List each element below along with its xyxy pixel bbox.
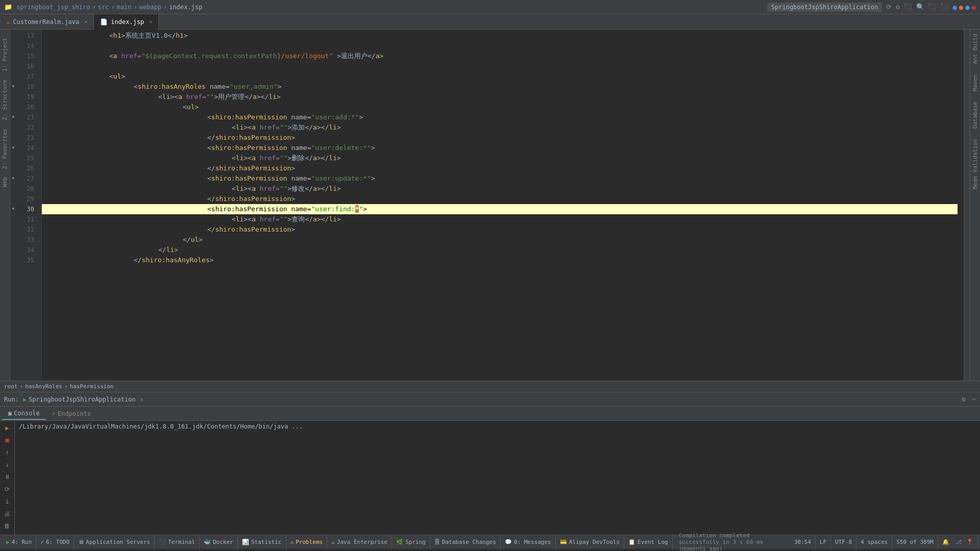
minimize-icon[interactable]: − <box>972 395 976 403</box>
gutter-35 <box>10 254 16 264</box>
status-run[interactable]: ▶ 4: Run <box>2 535 36 549</box>
line-num-14: 14 <box>16 41 37 51</box>
code-line-30: <shiro:hasPermission name="user:find:*"> <box>42 204 958 214</box>
browser-icons: ● ● ● ● <box>952 3 976 11</box>
down-arrow-button[interactable]: ↓ <box>2 460 12 470</box>
tab-endpoints[interactable]: ⚡ Endpoints <box>46 408 97 419</box>
console-tabs: ▣ Console ⚡ Endpoints <box>0 407 980 421</box>
status-notifications[interactable]: 🔔 ⎇ 📍 <box>938 535 978 549</box>
code-line-31: <li><a href="">查询</a></li> <box>48 214 964 224</box>
line-num-23: 23 <box>16 133 37 143</box>
todo-icon: ✓ <box>40 539 44 545</box>
status-app-servers-label: Application Servers <box>86 539 150 545</box>
line-num-13: 13 <box>16 31 37 41</box>
event-log-icon: 📋 <box>628 539 635 545</box>
docker-icon: 🐳 <box>204 539 211 545</box>
safari-icon[interactable]: ● <box>965 3 969 11</box>
run-button[interactable]: ▶ <box>2 423 12 433</box>
run-label: Run: <box>4 396 19 403</box>
code-line-14 <box>48 41 964 51</box>
settings-icon[interactable]: ⚙ <box>962 395 966 403</box>
status-db-changes[interactable]: 🗄 Database Changes <box>430 535 501 549</box>
status-alipay[interactable]: 💳 Alipay DevTools <box>556 535 624 549</box>
indent-display: 4 spaces <box>861 539 888 545</box>
up-arrow-button[interactable]: ↑ <box>2 447 12 458</box>
status-app-servers[interactable]: 🖥 Application Servers <box>74 535 155 549</box>
status-lf[interactable]: LF <box>816 535 831 549</box>
code-line-29: </shiro:hasPermission> <box>48 194 964 204</box>
line-num-34: 34 <box>16 245 37 255</box>
rerun-button[interactable]: ⟳ <box>2 484 12 494</box>
fold-icon-27[interactable]: ◆ <box>12 176 15 180</box>
status-indent[interactable]: 4 spaces <box>856 535 892 549</box>
path-webapp: webapp <box>139 4 161 11</box>
tab-customer-realm[interactable]: ☕ CustomerRealm.java ✕ <box>0 14 94 30</box>
gutter-32 <box>10 223 16 234</box>
scroll-end-button[interactable]: ⤓ <box>2 496 12 507</box>
run-status-icon: ▶ <box>6 539 10 545</box>
fold-icon-24[interactable]: ◆ <box>12 145 15 149</box>
status-run-label: 4: Run <box>12 539 32 545</box>
gutter-21: ◆ <box>10 111 16 121</box>
db-changes-icon: 🗄 <box>434 539 440 545</box>
gutter-13 <box>10 30 16 40</box>
status-line-info: 550 of 389M <box>892 535 938 549</box>
gutter-28 <box>10 183 16 193</box>
code-line-19: <li><a href="">用户管理</a></li> <box>48 92 964 102</box>
tab-label-customer-realm: CustomerRealm.java <box>13 18 79 26</box>
line-num-21: 21 <box>16 112 37 122</box>
statistic-icon: 📊 <box>242 539 249 545</box>
close-icon[interactable]: ✕ <box>84 19 87 24</box>
breadcrumb-has-any-roles: hasAnyRoles <box>25 383 62 390</box>
stop-button[interactable]: ■ <box>2 435 12 445</box>
code-line-22: <li><a href="">添加</a></li> <box>48 122 964 133</box>
status-terminal[interactable]: ⬛ Terminal <box>155 535 200 549</box>
status-todo[interactable]: ✓ 6: TODO <box>36 535 74 549</box>
pause-button[interactable]: ⏸ <box>2 472 12 482</box>
sidebar-web[interactable]: Web <box>1 173 9 191</box>
sidebar-database[interactable]: Database <box>972 102 978 129</box>
line-num-32: 32 <box>16 224 37 235</box>
chrome-icon[interactable]: ● <box>952 3 957 11</box>
editor-scrollbar[interactable] <box>964 30 970 381</box>
code-editor[interactable]: <h1>系统主页V1.0</h1> <a href="${pageContext… <box>42 30 964 381</box>
sidebar-ant-build[interactable]: Ant Build <box>972 34 978 64</box>
print-button[interactable]: 🖨 <box>2 509 12 519</box>
close-icon-jsp[interactable]: ✕ <box>149 19 152 24</box>
status-java-enterprise[interactable]: ☕ Java Enterprise <box>327 535 392 549</box>
status-messages[interactable]: 💬 0: Messages <box>501 535 556 549</box>
code-line-18: <shiro:hasAnyRoles name="user,admin"> <box>48 82 964 92</box>
run-app-tab[interactable]: ▶ SpringbootJspShiroApplication ✕ <box>23 396 143 403</box>
fold-icon-30[interactable]: ◆ <box>12 206 15 211</box>
gutter-25 <box>10 152 16 162</box>
line-num-35: 35 <box>16 255 37 265</box>
gutter-23 <box>10 132 16 142</box>
status-problems[interactable]: ⚠ Problems <box>286 535 328 549</box>
status-spring[interactable]: 🌿 Spring <box>392 535 430 549</box>
status-problems-label: Problems <box>296 539 323 545</box>
status-encoding[interactable]: UTF-8 <box>831 535 856 549</box>
fold-icon-18[interactable]: ◆ <box>12 84 15 88</box>
fold-icon-21[interactable]: ◆ <box>12 114 15 119</box>
edge-icon[interactable]: ● <box>972 3 976 11</box>
java-file-icon: ☕ <box>6 18 10 26</box>
sidebar-structure[interactable]: Z: Structure <box>1 76 9 124</box>
sidebar-bean-validation[interactable]: Bean Validation <box>972 139 978 189</box>
status-alipay-label: Alipay DevTools <box>569 539 620 545</box>
tab-index-jsp[interactable]: 📄 index.jsp ✕ <box>94 14 159 30</box>
firefox-icon[interactable]: ● <box>959 3 963 11</box>
clear-button[interactable]: 🗑 <box>2 521 12 531</box>
status-statistic[interactable]: 📊 Statistic <box>238 535 286 549</box>
line-num-28: 28 <box>16 184 37 194</box>
git-icon: ⎇ <box>955 539 962 545</box>
status-spring-label: Spring <box>405 539 426 545</box>
status-event-log-label: Event Log <box>638 539 668 545</box>
sidebar-maven[interactable]: Maven <box>972 74 978 91</box>
sidebar-favorites[interactable]: 2: Favorites <box>1 124 9 173</box>
status-docker[interactable]: 🐳 Docker <box>200 535 238 549</box>
status-event-log[interactable]: 📋 Event Log <box>624 535 673 549</box>
run-close-icon[interactable]: ✕ <box>140 396 143 403</box>
endpoints-label: Endpoints <box>58 410 91 417</box>
sidebar-project[interactable]: 1: Project <box>1 34 9 76</box>
tab-console[interactable]: ▣ Console <box>2 408 46 420</box>
